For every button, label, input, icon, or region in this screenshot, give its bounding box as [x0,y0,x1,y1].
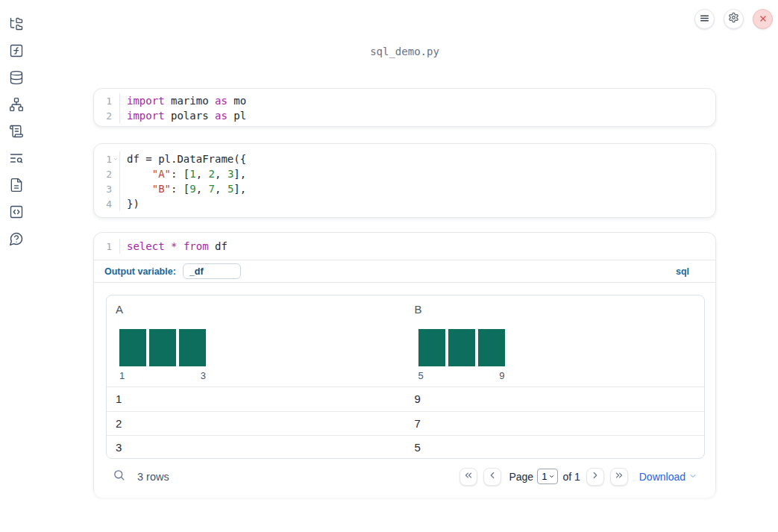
sidebar-item-snippets[interactable] [8,205,25,222]
code-text: "A": [1, 2, 3], [119,166,715,181]
page-of-label: of 1 [562,471,580,483]
list-search-icon [9,151,24,169]
line-number: 2 [94,169,112,180]
table-cell: 9 [406,387,705,411]
sidebar-item-datasources[interactable] [8,71,25,87]
sql-cell-editor[interactable]: 1select * from df [94,233,715,260]
histogram-axis-labels: 59 [418,370,505,381]
code-line: 1df = pl.DataFrame({ [94,151,715,166]
line-number: 1 [94,96,112,107]
sidebar-item-changelog[interactable] [8,125,25,141]
code-text: import polars as pl [119,108,715,123]
next-page-button[interactable] [586,468,604,486]
table-cell: 2 [107,412,406,436]
sql-cell-footer: Output variable: sql [94,260,715,282]
download-label: Download [639,471,686,483]
histogram-tick-label: 3 [201,370,206,381]
code-cell-imports[interactable]: 1import marimo as mo2import polars as pl [93,88,716,127]
sidebar-item-dependency-graph[interactable] [8,98,25,114]
histogram-tick-label: 9 [499,370,504,381]
search-icon[interactable] [113,469,125,484]
language-badge: sql [676,266,689,277]
histogram-bar [418,329,445,366]
table-row: 27 [107,411,704,436]
gear-icon [728,12,739,26]
previous-page-button[interactable] [483,468,501,486]
code-text: "B": [9, 7, 5], [119,181,715,196]
sidebar-item-functions[interactable] [8,44,25,60]
settings-button[interactable] [724,9,744,29]
output-variable-input[interactable] [183,263,241,279]
histogram-tick-label: 5 [418,370,424,381]
histogram-bar [478,329,505,366]
histogram-bar [119,329,146,366]
code-cell-dataframe[interactable]: 1df = pl.DataFrame({2 "A": [1, 2, 3],3 "… [93,143,716,218]
table-cell: 5 [406,436,705,459]
table-row: 35 [107,435,704,459]
histogram-axis-labels: 13 [119,370,206,381]
table-footer-left: 3 rows [113,469,169,484]
scroll-icon [9,124,24,142]
chevron-right-icon [590,470,600,484]
line-number: 1 [94,154,112,165]
fold-chevron-icon[interactable] [112,156,119,162]
last-page-button[interactable] [610,468,628,486]
page-select-value: 1 [542,471,547,482]
table-header: A13B59 [107,295,704,387]
chevron-down-icon [548,471,555,482]
code-square-icon [9,204,24,222]
code-line: 2import polars as pl [94,108,715,123]
table-cell: 1 [107,387,406,411]
column-header-a[interactable]: A13 [107,295,406,387]
sql-cell: 1select * from df Output variable: sql A… [93,232,716,497]
code-text: import marimo as mo [119,93,715,108]
help-bubble-icon [9,231,24,249]
column-histogram [119,329,397,366]
column-name: B [415,303,696,316]
code-text: select * from df [119,239,715,254]
folder-tree-icon [9,16,24,34]
code-line: 1select * from df [94,239,715,254]
chevron-left-icon [487,470,498,484]
column-header-b[interactable]: B59 [406,295,705,387]
chevron-down-icon [688,470,697,483]
notebook-filename: sql_demo.py [93,46,716,57]
sidebar-item-file-explorer[interactable] [8,17,25,34]
column-name: A [116,303,397,316]
close-icon [759,13,768,26]
page-select[interactable]: 1 [537,469,558,484]
code-line: 2 "A": [1, 2, 3], [94,166,715,181]
chevrons-right-icon [614,470,624,484]
table-body: 192735 [107,387,704,459]
database-icon [9,70,24,88]
table-cell: 7 [406,412,705,436]
sidebar [0,0,33,532]
histogram-bar [448,329,475,366]
chevrons-left-icon [463,470,474,484]
code-line: 4}) [94,196,715,211]
sidebar-item-documentation[interactable] [8,178,25,195]
marimo-app: sql_demo.py 1import marimo as mo2import … [0,0,778,532]
code-line: 3 "B": [9, 7, 5], [94,181,715,196]
histogram-bar [149,329,176,366]
sidebar-item-help[interactable] [8,232,25,248]
pagination: Page 1 of 1 Download [459,468,697,486]
function-square-icon [9,43,24,61]
code-line: 1import marimo as mo [94,93,715,108]
first-page-button[interactable] [459,468,477,486]
code-text: }) [119,196,715,211]
line-number: 1 [94,241,112,252]
line-number: 3 [94,184,112,195]
notebook: sql_demo.py 1import marimo as mo2import … [93,0,716,532]
histogram-tick-label: 1 [119,370,125,381]
table-cell: 3 [107,436,406,459]
close-button[interactable] [753,9,773,29]
sql-output: A13B59 192735 3 rows [94,282,715,498]
dataframe-table: A13B59 192735 [106,295,705,459]
output-variable-label: Output variable: [104,266,176,277]
row-count: 3 rows [137,471,169,483]
download-button[interactable]: Download [639,470,697,483]
code-text: df = pl.DataFrame({ [119,151,715,166]
sidebar-item-logs[interactable] [8,151,25,168]
network-icon [9,97,24,115]
